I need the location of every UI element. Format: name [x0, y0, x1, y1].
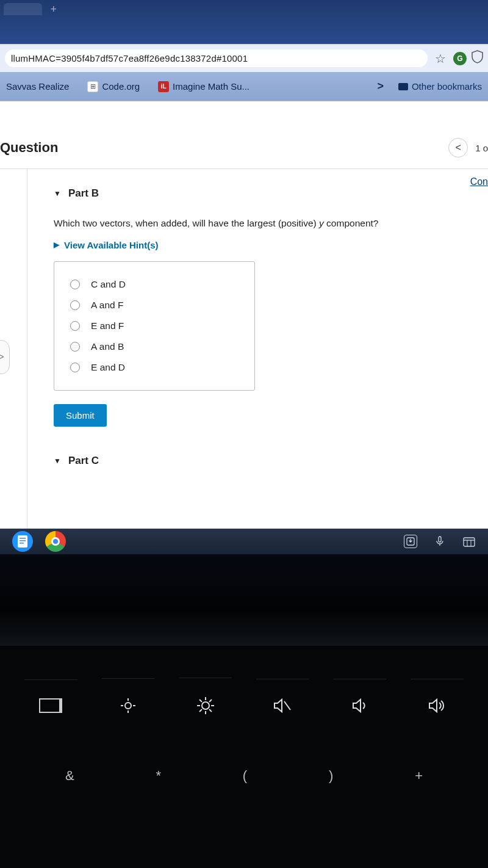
radio-icon [70, 363, 80, 372]
caret-right-icon: ▶ [54, 241, 59, 249]
prev-question-button[interactable]: < [448, 138, 468, 157]
microphone-tray-icon[interactable] [429, 531, 450, 552]
option-label: A and F [91, 300, 123, 311]
option-label: E and F [91, 320, 124, 331]
folder-icon [398, 83, 408, 90]
laptop-hinge [0, 554, 488, 646]
svg-line-24 [284, 701, 290, 710]
other-bookmarks-folder[interactable]: Other bookmarks [398, 81, 482, 92]
question-text: Which two vectors, when added, will have… [54, 218, 488, 229]
os-taskbar [0, 529, 488, 554]
bookmark-label: Imagine Math Su... [173, 81, 249, 92]
svg-rect-6 [464, 538, 475, 546]
expand-sidebar-handle[interactable]: > [0, 340, 10, 374]
page-title: Question [0, 140, 58, 156]
svg-rect-5 [439, 537, 441, 542]
radio-icon [70, 321, 80, 331]
bookmark-imagine-math[interactable]: iL Imagine Math Su... [158, 81, 249, 92]
favicon-icon: ⊞ [87, 81, 98, 92]
bookmark-star-icon[interactable]: ☆ [432, 51, 448, 66]
laptop-body: & * ( ) + [0, 554, 488, 868]
caret-down-icon: ▼ [54, 189, 61, 198]
view-hints-toggle[interactable]: ▶ View Available Hint(s) [54, 240, 159, 250]
url-bar: llumHMAC=3905f4b7df57c7ea8ff26e9dc138372… [0, 45, 488, 72]
radio-icon [70, 280, 80, 289]
chrome-app-icon[interactable] [45, 531, 66, 552]
hints-label: View Available Hint(s) [64, 240, 159, 250]
number-key-row: & * ( ) + [0, 731, 488, 784]
option-a-and-b[interactable]: A and B [70, 336, 239, 357]
volume-up-key-icon [411, 679, 464, 717]
key-symbol: + [415, 768, 423, 784]
bookmark-savvas-realize[interactable]: Savvas Realize [6, 81, 69, 92]
svg-line-20 [199, 700, 202, 702]
question-counter: 1 o [475, 143, 488, 153]
brightness-up-key-icon [179, 678, 232, 718]
page-content: Question < 1 o > Con ▼ Part B Which two … [0, 101, 488, 554]
part-c-header[interactable]: ▼ Part C [54, 455, 488, 467]
brightness-down-key-icon [102, 678, 155, 718]
function-key-row [0, 646, 488, 731]
bookmark-label: Code.org [102, 81, 140, 92]
option-e-and-d[interactable]: E and D [70, 357, 239, 378]
svg-point-15 [202, 702, 209, 709]
caret-down-icon: ▼ [54, 457, 61, 465]
option-c-and-d[interactable]: C and D [70, 274, 239, 295]
svg-rect-2 [20, 540, 26, 541]
bookmark-code-org[interactable]: ⊞ Code.org [87, 81, 140, 92]
calendar-tray-icon[interactable] [462, 535, 476, 548]
key-symbol: ) [329, 768, 333, 784]
question-body: > Con ▼ Part B Which two vectors, when a… [0, 169, 488, 467]
bookmarks-bar: Savvas Realize ⊞ Code.org iL Imagine Mat… [0, 72, 488, 101]
radio-icon [70, 342, 80, 352]
tab-strip: + [0, 0, 488, 18]
mute-key-icon [256, 679, 309, 717]
url-text[interactable]: llumHMAC=3905f4b7df57c7ea8ff26e9dc138372… [5, 49, 428, 67]
key-symbol: & [65, 768, 74, 784]
constants-link[interactable]: Con [470, 176, 488, 187]
svg-line-22 [199, 709, 202, 712]
key-symbol: * [156, 768, 161, 784]
favicon-icon: iL [158, 81, 169, 92]
option-e-and-f[interactable]: E and F [70, 316, 239, 336]
volume-down-key-icon [334, 679, 387, 717]
browser-tab[interactable] [4, 3, 42, 15]
other-bookmarks-label: Other bookmarks [412, 81, 482, 92]
svg-line-21 [209, 709, 212, 712]
extension-badge-icon[interactable]: G [453, 52, 467, 65]
bookmark-label: Savvas Realize [6, 81, 69, 92]
screenshot-tray-icon[interactable] [404, 535, 417, 548]
browser-chrome: + [0, 0, 488, 45]
part-b-label: Part B [68, 187, 99, 200]
question-header-bar: Question < 1 o [0, 138, 488, 169]
svg-rect-0 [18, 535, 27, 548]
option-label: A and B [91, 341, 124, 352]
part-b-header[interactable]: ▼ Part B [54, 187, 488, 200]
key-symbol: ( [243, 768, 247, 784]
svg-point-10 [125, 703, 131, 709]
option-label: E and D [91, 362, 125, 373]
svg-line-23 [209, 700, 212, 702]
part-c-label: Part C [68, 455, 99, 467]
bookmarks-overflow-button[interactable]: > [372, 80, 389, 93]
submit-button[interactable]: Submit [54, 404, 107, 427]
docs-app-icon[interactable] [12, 531, 33, 552]
svg-rect-1 [20, 538, 26, 539]
shield-icon[interactable] [472, 50, 483, 67]
answer-options-group: C and D A and F E and F A and B E and D [54, 261, 255, 391]
svg-rect-3 [20, 543, 24, 544]
new-tab-button[interactable]: + [45, 4, 63, 15]
overview-key-icon [24, 679, 77, 717]
option-label: C and D [91, 279, 126, 290]
option-a-and-f[interactable]: A and F [70, 295, 239, 316]
vertical-divider [27, 169, 27, 535]
radio-icon [70, 300, 80, 310]
